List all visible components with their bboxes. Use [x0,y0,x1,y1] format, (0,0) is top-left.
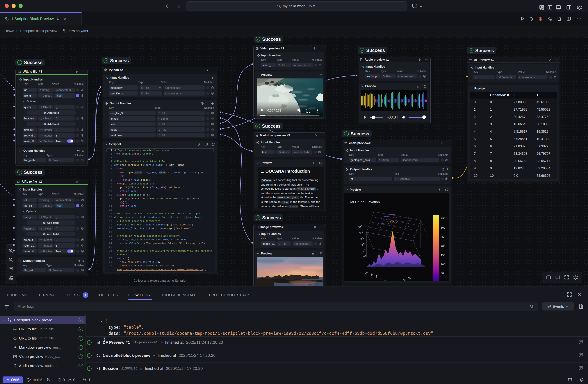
svg-text:00: 00 [363,254,366,258]
svg-text:0: 0 [364,261,367,264]
svg-text:Mt Bruno Elevation: Mt Bruno Elevation [350,200,380,204]
svg-text:20: 20 [408,276,412,280]
svg-text:150: 150 [441,254,445,257]
svg-text:20: 20 [365,271,368,275]
svg-text:350: 350 [358,224,363,229]
svg-text:300: 300 [441,226,445,229]
svg-text:x: x [375,281,376,281]
svg-text:50: 50 [441,272,444,275]
svg-text:200: 200 [441,244,445,248]
svg-text:10: 10 [374,275,378,278]
svg-text:200: 200 [361,242,366,246]
svg-text:15: 15 [403,278,407,281]
svg-text:150: 150 [362,248,367,252]
svg-text:100: 100 [441,263,445,266]
svg-text:250: 250 [441,235,445,239]
svg-text:0: 0 [441,281,442,281]
svg-text:y: y [401,280,403,281]
svg-text:250: 250 [360,236,365,241]
svg-text:5: 5 [379,278,382,280]
svg-text:15: 15 [369,273,373,277]
svg-text:300: 300 [359,230,364,235]
svg-text:0:00 / 0:33: 0:00 / 0:33 [267,109,281,112]
svg-text:0: 0 [383,280,386,281]
svg-text:350: 350 [441,217,445,220]
